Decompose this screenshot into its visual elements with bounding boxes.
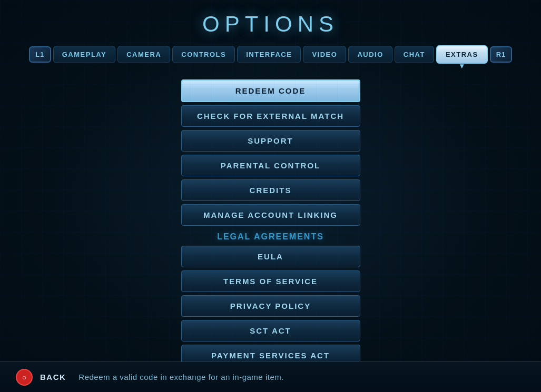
menu-item-support[interactable]: SUPPORT — [181, 130, 360, 152]
tab-audio[interactable]: AUDIO — [348, 46, 392, 63]
menu-list: REDEEM CODE CHECK FOR EXTERNAL MATCH SUP… — [0, 69, 541, 371]
menu-item-terms-of-service[interactable]: TERMS OF SERVICE — [181, 270, 360, 292]
tab-interface[interactable]: INTERFACE — [237, 46, 301, 63]
page-title: OPTIONS — [0, 0, 541, 37]
tab-controls[interactable]: CONTROLS — [172, 46, 235, 63]
menu-item-privacy-policy[interactable]: PRIVACY POLICY — [181, 295, 360, 317]
menu-item-eula[interactable]: EULA — [181, 246, 360, 267]
tab-camera[interactable]: CAMERA — [117, 46, 170, 63]
bumper-right[interactable]: R1 — [490, 46, 513, 63]
bumper-left[interactable]: L1 — [29, 46, 51, 63]
menu-item-sct-act[interactable]: SCT ACT — [181, 320, 360, 341]
back-button-label[interactable]: BACK — [40, 373, 66, 381]
menu-item-parental-control[interactable]: PARENTAL CONTROL — [181, 155, 360, 176]
bottom-bar: ○ BACK Redeem a valid code in exchange f… — [0, 361, 541, 392]
tab-gameplay[interactable]: GAMEPLAY — [53, 46, 115, 63]
tab-extras[interactable]: EXTRAS — [436, 45, 488, 64]
back-button-icon[interactable]: ○ — [16, 369, 33, 386]
footer-description: Redeem a valid code in exchange for an i… — [78, 373, 284, 381]
menu-item-check-external-match[interactable]: CHECK FOR EXTERNAL MATCH — [181, 105, 360, 127]
menu-item-credits[interactable]: CREDITS — [181, 179, 360, 201]
tab-video[interactable]: VIDEO — [303, 46, 346, 63]
legal-agreements-label: LEGAL AGREEMENTS — [217, 229, 324, 243]
tab-chat[interactable]: CHAT — [395, 46, 434, 63]
tab-bar: L1 GAMEPLAY CAMERA CONTROLS INTERFACE VI… — [0, 37, 541, 69]
menu-item-redeem-code[interactable]: REDEEM CODE — [181, 79, 360, 102]
menu-item-manage-account-linking[interactable]: MANAGE ACCOUNT LINKING — [181, 204, 360, 226]
